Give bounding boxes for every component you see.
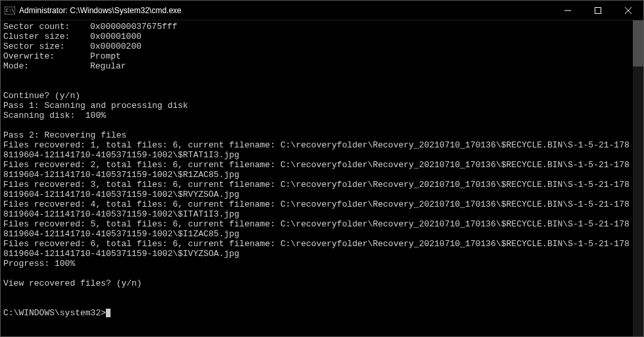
blank-line (3, 298, 630, 308)
cmd-icon: C:\ (5, 5, 15, 16)
header-key: Sector size: (3, 41, 90, 51)
header-row: Sector count:0x000000037675fff (3, 22, 630, 32)
recovery-line: Files recovered: 2, total files: 6, curr… (3, 160, 630, 180)
blank-line (3, 269, 630, 278)
header-key: Sector count: (3, 22, 90, 32)
recovery-line: Files recovered: 4, total files: 6, curr… (3, 199, 630, 219)
scrollbar[interactable] (633, 20, 643, 336)
terminal-area: Sector count:0x000000037675fffCluster si… (1, 20, 643, 336)
recovery-line: Files recovered: 5, total files: 6, curr… (3, 219, 630, 239)
pass2-label: Pass 2: Recovering files (3, 130, 630, 140)
header-row: Mode:Regular (3, 61, 630, 71)
prompt-line[interactable]: C:\WINDOWS\system32> (3, 308, 630, 318)
window-title: Administrator: C:\Windows\System32\cmd.e… (19, 6, 553, 15)
svg-text:C:\: C:\ (6, 8, 14, 13)
minimize-button[interactable] (553, 1, 583, 20)
recovery-line: Files recovered: 6, total files: 6, curr… (3, 239, 630, 259)
scroll-thumb[interactable] (633, 20, 643, 66)
header-value: 0x00000200 (90, 41, 141, 51)
continue-prompt: Continue? (y/n) (3, 91, 630, 101)
progress-line: Progress: 100% (3, 259, 630, 269)
view-prompt: View recovered files? (y/n) (3, 278, 630, 288)
cmd-window: C:\ Administrator: C:\Windows\System32\c… (0, 0, 644, 337)
header-row: Cluster size:0x00001000 (3, 32, 630, 41)
window-controls (553, 1, 643, 20)
pass1-label: Pass 1: Scanning and processing disk (3, 101, 630, 111)
terminal-output[interactable]: Sector count:0x000000037675fffCluster si… (1, 20, 633, 336)
close-button[interactable] (613, 1, 643, 20)
header-key: Cluster size: (3, 32, 90, 41)
recovery-line: Files recovered: 3, total files: 6, curr… (3, 180, 630, 199)
blank-line (3, 71, 630, 81)
header-key: Overwrite: (3, 51, 90, 61)
header-value: 0x000000037675fff (90, 22, 178, 32)
titlebar[interactable]: C:\ Administrator: C:\Windows\System32\c… (1, 1, 643, 20)
pass1-scan: Scanning disk: 100% (3, 111, 630, 120)
header-key: Mode: (3, 61, 90, 71)
cursor (106, 309, 111, 317)
recovery-line: Files recovered: 1, total files: 6, curr… (3, 140, 630, 160)
blank-line (3, 288, 630, 298)
header-value: 0x00001000 (90, 32, 141, 41)
header-value: Regular (90, 61, 126, 71)
maximize-button[interactable] (583, 1, 613, 20)
blank-line (3, 120, 630, 130)
header-row: Sector size:0x00000200 (3, 41, 630, 51)
header-value: Prompt (90, 51, 121, 61)
blank-line (3, 81, 630, 91)
svg-rect-3 (595, 7, 601, 13)
header-row: Overwrite:Prompt (3, 51, 630, 61)
